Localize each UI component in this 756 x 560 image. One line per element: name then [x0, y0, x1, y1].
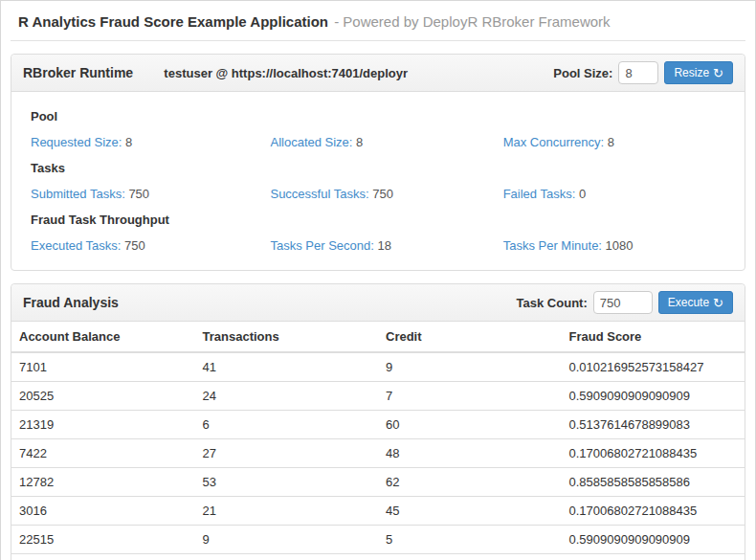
- fraud-analysis-title: Fraud Analysis: [23, 295, 119, 310]
- stat-label: Requested Size:: [31, 135, 122, 149]
- table-cell: 7: [378, 382, 562, 411]
- rbroker-runtime-panel: RBroker Runtime testuser @ https://local…: [11, 54, 745, 271]
- pool-size-controls: Pool Size: Resize↻: [553, 61, 733, 84]
- column-header: Fraud Score: [562, 322, 745, 352]
- table-row: 1278253620.8585858585858586: [11, 468, 745, 497]
- resize-button-label: Resize: [674, 66, 709, 79]
- stat-row: Requested Size: 8Allocated Size: 8Max Co…: [31, 135, 725, 149]
- refresh-icon: ↻: [713, 297, 723, 309]
- app-subtitle: - Powered by DeployR RBroker Framework: [334, 13, 610, 30]
- table-row: 213196600.5137614678899083: [11, 411, 745, 439]
- stat-value: 18: [374, 238, 391, 253]
- runtime-endpoint: testuser @ https://localhost:7401/deploy…: [133, 66, 438, 80]
- table-cell: 12782: [11, 468, 195, 497]
- table-cell: 21: [195, 497, 379, 526]
- rbroker-runtime-title: RBroker Runtime: [23, 65, 133, 80]
- execute-button-label: Execute: [668, 296, 709, 309]
- table-cell: 22515: [11, 526, 195, 554]
- task-count-label: Task Count:: [517, 296, 588, 310]
- fraud-analysis-panel-heading: Fraud Analysis Task Count: Execute↻: [11, 284, 745, 322]
- column-header: Credit: [378, 322, 562, 352]
- stat: Submitted Tasks: 750: [31, 187, 270, 201]
- table-cell: 21319: [11, 411, 195, 439]
- stat-value: 8: [122, 135, 132, 149]
- stat-label: Failed Tasks:: [503, 187, 576, 201]
- table-cell: 26: [378, 554, 562, 560]
- table-cell: 9: [195, 526, 379, 554]
- table-cell: 21581: [11, 554, 195, 560]
- stat: Allocated Size: 8: [270, 135, 502, 149]
- rbroker-runtime-panel-heading: RBroker Runtime testuser @ https://local…: [11, 55, 745, 92]
- stat-value: 8: [604, 135, 614, 149]
- table-cell: 53: [195, 468, 379, 497]
- stat-label: Allocated Size:: [270, 135, 352, 149]
- stat-value: 750: [125, 187, 149, 201]
- section-heading: Fraud Task Throughput: [31, 213, 725, 227]
- table-cell: 0.5137614678899083: [562, 554, 745, 560]
- table-cell: 9: [195, 554, 379, 560]
- stat-value: 750: [369, 187, 393, 201]
- fraud-table-body: 71014190.010216952573158427205252470.590…: [11, 352, 745, 560]
- resize-button[interactable]: Resize↻: [664, 61, 733, 84]
- stat: Successful Tasks: 750: [270, 187, 502, 201]
- column-header: Account Balance: [11, 322, 195, 352]
- stat-label: Tasks Per Minute:: [503, 238, 602, 253]
- table-cell: 0.5909090909090909: [562, 382, 745, 411]
- table-row: 215819260.5137614678899083: [11, 554, 745, 560]
- stat-label: Max Concurrency:: [503, 135, 604, 149]
- table-row: 71014190.010216952573158427: [11, 352, 745, 382]
- execute-button[interactable]: Execute↻: [658, 291, 733, 314]
- stat: Failed Tasks: 0: [503, 187, 725, 201]
- page: R Analytics Fraud Score Example Applicat…: [1, 1, 755, 560]
- stat-label: Tasks Per Second:: [270, 238, 373, 253]
- table-cell: 0.5137614678899083: [562, 411, 745, 439]
- stat: Requested Size: 8: [31, 135, 270, 149]
- table-cell: 6: [195, 411, 379, 439]
- fraud-table-head: Account BalanceTransactionsCreditFraud S…: [11, 322, 745, 352]
- fraud-table-header-row: Account BalanceTransactionsCreditFraud S…: [11, 322, 745, 352]
- stat-row: Executed Tasks: 750Tasks Per Second: 18T…: [31, 238, 725, 253]
- section-heading: Tasks: [31, 161, 725, 175]
- column-header: Transactions: [195, 322, 379, 352]
- stat: Tasks Per Minute: 1080: [503, 238, 725, 253]
- runtime-sections: PoolRequested Size: 8Allocated Size: 8Ma…: [11, 92, 745, 270]
- table-cell: 7422: [11, 439, 195, 468]
- table-cell: 24: [195, 382, 379, 411]
- table-cell: 62: [378, 468, 562, 497]
- stat-value: 1080: [602, 238, 634, 253]
- table-cell: 0.010216952573158427: [562, 352, 745, 382]
- table-cell: 0.8585858585858586: [562, 468, 745, 497]
- app-title: R Analytics Fraud Score Example Applicat…: [18, 13, 328, 30]
- section-heading: Pool: [31, 109, 725, 123]
- table-cell: 0.17006802721088435: [562, 439, 745, 468]
- fraud-analysis-panel: Fraud Analysis Task Count: Execute↻ Acco…: [11, 283, 745, 560]
- task-count-input[interactable]: [593, 291, 653, 314]
- stat-label: Successful Tasks:: [270, 187, 368, 201]
- table-cell: 41: [195, 352, 379, 382]
- table-row: 301621450.17006802721088435: [11, 497, 745, 526]
- stat: Executed Tasks: 750: [31, 238, 270, 253]
- pool-size-input[interactable]: [618, 61, 658, 84]
- refresh-icon: ↻: [713, 67, 723, 79]
- stat-label: Executed Tasks:: [31, 238, 121, 253]
- table-cell: 20525: [11, 382, 195, 411]
- table-cell: 7101: [11, 352, 195, 382]
- table-row: 205252470.5909090909090909: [11, 382, 745, 411]
- table-cell: 9: [378, 352, 562, 382]
- stat-value: 8: [352, 135, 363, 149]
- stat-value: 0: [575, 187, 586, 201]
- stat: Max Concurrency: 8: [503, 135, 725, 149]
- app-header: R Analytics Fraud Score Example Applicat…: [11, 1, 745, 41]
- table-cell: 5: [378, 526, 562, 554]
- task-count-controls: Task Count: Execute↻: [517, 291, 733, 314]
- table-cell: 0.5909090909090909: [562, 526, 745, 554]
- table-cell: 0.17006802721088435: [562, 497, 745, 526]
- table-cell: 3016: [11, 497, 195, 526]
- table-cell: 45: [378, 497, 562, 526]
- table-row: 742227480.17006802721088435: [11, 439, 745, 468]
- pool-size-label: Pool Size:: [553, 66, 612, 80]
- stat-label: Submitted Tasks:: [31, 187, 125, 201]
- table-cell: 60: [378, 411, 562, 439]
- stat-value: 750: [121, 238, 145, 253]
- stat-row: Submitted Tasks: 750Successful Tasks: 75…: [31, 187, 725, 201]
